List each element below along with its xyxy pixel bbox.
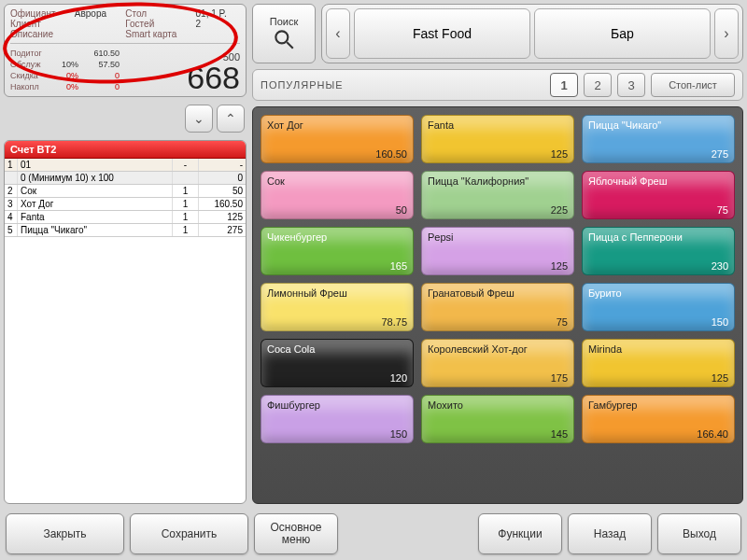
product-tile[interactable]: Пицца "Чикаго"275 <box>582 115 735 163</box>
service-pct: 10% <box>56 59 78 70</box>
discount-label: Скидка <box>10 70 52 81</box>
grand-total: 668 <box>187 63 240 92</box>
bill-title: Счет BT2 <box>5 141 246 159</box>
row-name: Хот Дог <box>18 198 173 210</box>
desc-value <box>75 29 120 39</box>
tile-name: Гамбургер <box>588 399 728 411</box>
row-num: 4 <box>5 211 18 223</box>
tile-price: 225 <box>551 204 568 216</box>
tile-name: Pepsi <box>428 231 568 243</box>
page-3-button[interactable]: 3 <box>617 73 645 97</box>
tile-name: Fanta <box>428 119 568 131</box>
tile-name: Чикенбургер <box>267 231 407 243</box>
tile-price: 160.50 <box>375 148 407 160</box>
product-tile[interactable]: Лимонный Фреш78.75 <box>261 283 414 331</box>
product-tile[interactable]: Фишбургер150 <box>261 395 414 443</box>
tile-name: Мохито <box>428 399 568 411</box>
bill-row[interactable]: 101-- <box>5 159 246 172</box>
row-name: Сок <box>18 185 173 197</box>
savings-pct: 0% <box>56 81 78 92</box>
category-tabs: ‹ Fast Food Бар › <box>321 4 743 63</box>
order-info-panel: Официант Аврора Стол 01, 1 P. Клиент Гос… <box>4 4 247 97</box>
product-tile[interactable]: Чикенбургер165 <box>261 227 414 275</box>
save-button[interactable]: Сохранить <box>130 513 248 554</box>
tile-price: 75 <box>557 316 568 328</box>
bill-row[interactable]: 3Хот Дог1160.50 <box>5 198 246 211</box>
tab-fastfood[interactable]: Fast Food <box>354 8 530 59</box>
chevron-left-icon: ‹ <box>335 25 340 42</box>
bill-row[interactable]: 4Fanta1125 <box>5 211 246 224</box>
waiter-label: Официант <box>10 8 69 19</box>
subtotal-label: Подитог <box>10 48 52 59</box>
scroll-down-button[interactable]: ⌄ <box>185 105 213 133</box>
search-button[interactable]: Поиск <box>252 4 316 63</box>
product-tile[interactable]: Пицца с Пепперони230 <box>582 227 735 275</box>
tile-name: Гранатовый Фреш <box>428 287 568 299</box>
svg-line-1 <box>287 42 293 49</box>
main-menu-button[interactable]: Основноеменю <box>254 513 338 554</box>
close-button[interactable]: Закрыть <box>6 513 124 554</box>
row-sum: 50 <box>199 185 246 197</box>
waiter-value: Аврора <box>75 8 120 19</box>
popular-header: ПОПУЛЯРНЫЕ 1 2 3 Стоп-лист <box>252 69 743 101</box>
row-num: 2 <box>5 185 18 197</box>
tile-price: 120 <box>390 372 407 384</box>
tile-price: 125 <box>712 372 728 384</box>
tile-name: Лимонный Фреш <box>267 287 407 299</box>
tile-price: 165 <box>390 260 407 272</box>
tile-name: Фишбургер <box>267 399 407 411</box>
scroll-up-button[interactable]: ⌃ <box>217 105 245 133</box>
exit-button[interactable]: Выход <box>657 513 741 554</box>
tile-price: 75 <box>717 204 728 216</box>
row-qty: 1 <box>173 224 199 236</box>
guests-value: 2 <box>196 19 240 29</box>
desc-label: Описание <box>10 29 69 39</box>
bill-row[interactable]: 5Пицца "Чикаго"1275 <box>5 224 246 237</box>
guests-label: Гостей <box>125 19 190 29</box>
tile-name: Сок <box>267 175 407 187</box>
tab-prev-button[interactable]: ‹ <box>326 8 350 59</box>
row-sum: 125 <box>199 211 246 223</box>
product-tile[interactable]: Mirinda125 <box>582 339 735 387</box>
tile-price: 230 <box>712 260 728 272</box>
product-tile[interactable]: Бурито150 <box>582 283 735 331</box>
service-value: 57.50 <box>82 59 120 70</box>
page-1-button[interactable]: 1 <box>550 73 578 97</box>
product-tile[interactable]: Coca Cola120 <box>261 339 414 387</box>
search-icon <box>272 27 296 51</box>
tile-price: 175 <box>551 372 568 384</box>
product-tile[interactable]: Гранатовый Фреш75 <box>421 283 574 331</box>
tile-name: Coca Cola <box>267 343 407 355</box>
row-sum: 160.50 <box>199 198 246 210</box>
bill-row[interactable]: 2Сок150 <box>5 185 246 198</box>
tab-next-button[interactable]: › <box>714 8 739 59</box>
product-tile[interactable]: Пицца "Калифорния"225 <box>421 171 574 219</box>
page-2-button[interactable]: 2 <box>584 73 612 97</box>
savings-value: 0 <box>82 81 120 92</box>
product-tile[interactable]: Pepsi125 <box>421 227 574 275</box>
discount-value: 0 <box>82 70 120 81</box>
discount-pct: 0% <box>56 70 78 81</box>
product-tile[interactable]: Королевский Хот-дог175 <box>421 339 574 387</box>
tab-bar[interactable]: Бар <box>534 8 711 59</box>
product-tile[interactable]: Сок50 <box>261 171 414 219</box>
functions-button[interactable]: Функции <box>478 513 562 554</box>
back-button[interactable]: Назад <box>568 513 652 554</box>
bill-row[interactable]: 0 (Минимум 10) x 1000 <box>5 172 246 185</box>
tile-price: 150 <box>712 316 728 328</box>
client-value <box>75 19 120 29</box>
tile-price: 125 <box>551 260 568 272</box>
tile-name: Королевский Хот-дог <box>428 343 568 355</box>
product-tile[interactable]: Мохито145 <box>421 395 574 443</box>
row-num <box>5 172 18 184</box>
tile-price: 275 <box>712 148 728 160</box>
product-tile[interactable]: Яблочный Фреш75 <box>582 171 735 219</box>
product-tile[interactable]: Хот Дог160.50 <box>261 115 414 163</box>
tile-price: 78.75 <box>381 316 407 328</box>
row-qty: 1 <box>173 211 199 223</box>
stoplist-button[interactable]: Стоп-лист <box>651 73 735 97</box>
row-sum: 275 <box>199 224 246 236</box>
product-tile[interactable]: Гамбургер166.40 <box>582 395 735 443</box>
product-tile[interactable]: Fanta125 <box>421 115 574 163</box>
row-qty: 1 <box>173 185 199 197</box>
